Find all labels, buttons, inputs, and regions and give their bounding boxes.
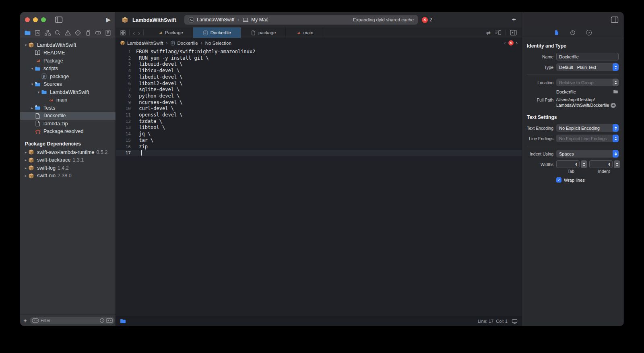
code-line[interactable]: 13 libtool \ — [116, 125, 522, 131]
tab-dockerfile-active[interactable]: Dockerfile — [193, 27, 241, 38]
run-button[interactable]: ▶ — [106, 16, 111, 23]
code-line[interactable]: 4 libicu-devel \ — [116, 68, 522, 74]
project-navigator-icon[interactable] — [24, 29, 31, 36]
code-line[interactable]: 15 tar \ — [116, 137, 522, 144]
tree-item-sources[interactable]: ▾ Sources — [20, 81, 116, 89]
checkbox-checked-icon[interactable]: ✓ — [556, 177, 561, 183]
filter-icon[interactable] — [32, 318, 39, 323]
breadcrumb-selection[interactable]: No Selection — [205, 41, 231, 46]
indent-using-dropdown[interactable]: Spaces — [556, 150, 619, 158]
symbol-navigator-icon[interactable] — [44, 29, 51, 36]
tree-item-sources-lambdawithswift[interactable]: ▾ LambdaWithSwift — [20, 88, 116, 96]
code-line[interactable]: 2 RUN yum -y install git \ — [116, 55, 522, 62]
dependency-row[interactable]: ▸ swift-backtrace 1.3.1 — [20, 156, 116, 164]
tab-package-script[interactable]: package — [241, 27, 286, 38]
minimize-window-button[interactable] — [33, 17, 38, 22]
code-line[interactable]: 1FROM swiftlang/swift:nightly-amazonlinu… — [116, 49, 522, 55]
tab-main-swift[interactable]: main — [286, 27, 323, 38]
tree-item-main[interactable]: main — [20, 96, 116, 104]
location-dropdown[interactable]: Relative to Group — [556, 79, 619, 86]
activity-viewer[interactable]: LambdaWithSwift › My Mac Expanding dyld … — [184, 15, 418, 25]
test-navigator-icon[interactable] — [74, 29, 81, 36]
choose-folder-icon[interactable] — [613, 89, 619, 94]
dependency-row[interactable]: ▸ swift-nio 2.38.0 — [20, 172, 116, 180]
stepper-icon[interactable] — [613, 63, 619, 71]
stepper-icon[interactable] — [613, 135, 619, 142]
disclosure-closed-icon[interactable]: ▸ — [23, 158, 28, 162]
tree-item-package-script[interactable]: package — [20, 73, 116, 81]
file-indicator-icon[interactable] — [120, 319, 126, 324]
disclosure-open-icon[interactable]: ▾ — [30, 82, 35, 86]
filter-field[interactable] — [30, 317, 115, 324]
code-line[interactable]: 5 libedit-devel \ — [116, 74, 522, 81]
tab-width-stepper[interactable] — [581, 160, 587, 168]
editor-display-icon[interactable] — [512, 319, 518, 324]
line-endings-dropdown[interactable]: No Explicit Line Endings — [556, 135, 619, 142]
wrap-lines-control[interactable]: ✓ Wrap lines — [556, 177, 585, 183]
breakpoint-navigator-icon[interactable] — [95, 29, 101, 36]
code-line-current[interactable]: 17 — [116, 150, 522, 156]
zoom-window-button[interactable] — [41, 17, 46, 22]
code-line[interactable]: 7 sqlite-devel \ — [116, 87, 522, 93]
code-line[interactable]: 9 ncurses-devel \ — [116, 100, 522, 106]
file-inspector-icon[interactable] — [554, 30, 559, 35]
recent-files-icon[interactable] — [99, 318, 105, 323]
toggle-left-sidebar-icon[interactable] — [55, 17, 63, 23]
disclosure-open-icon[interactable]: ▾ — [30, 66, 35, 71]
text-encoding-dropdown[interactable]: No Explicit Encoding — [556, 124, 619, 132]
code-line[interactable]: 10 curl-devel \ — [116, 106, 522, 112]
quick-help-inspector-icon[interactable]: ? — [586, 30, 592, 35]
tab-package-swift[interactable]: Package — [148, 27, 193, 38]
tree-item-lambda-zip[interactable]: lambda.zip — [20, 120, 116, 128]
tree-item-dockerfile-selected[interactable]: Dockerfile — [20, 112, 116, 120]
toggle-right-sidebar-icon[interactable] — [611, 17, 619, 23]
disclosure-closed-icon[interactable]: ▸ — [23, 150, 28, 154]
indent-width-field[interactable]: 4 — [589, 160, 613, 168]
breadcrumb-file[interactable]: Dockerfile — [177, 41, 198, 46]
editor-layout-icon[interactable] — [495, 30, 502, 35]
tree-item-project-root[interactable]: ▾ LambdaWithSwift — [20, 41, 116, 49]
tree-item-package-swift[interactable]: Package — [20, 57, 116, 65]
disclosure-closed-icon[interactable]: ▸ — [30, 106, 35, 110]
previous-issue-icon[interactable]: ‹ — [504, 40, 506, 46]
code-line[interactable]: 11 openssl-devel \ — [116, 112, 522, 118]
report-navigator-icon[interactable] — [105, 29, 111, 36]
disclosure-closed-icon[interactable]: ▸ — [23, 174, 28, 178]
stepper-icon[interactable] — [613, 124, 619, 132]
tree-item-scripts[interactable]: ▾ scripts — [20, 65, 116, 73]
code-line[interactable]: 14 jq \ — [116, 131, 522, 137]
tree-item-package-resolved[interactable]: {"} Package.resolved — [20, 128, 116, 136]
back-button[interactable]: ‹ — [133, 29, 135, 36]
next-issue-icon[interactable]: › — [516, 40, 518, 46]
error-badge-icon[interactable]: ✕ — [508, 40, 514, 46]
name-field[interactable]: Dockerfile — [556, 53, 619, 60]
code-review-icon[interactable]: ⇄ — [486, 30, 491, 36]
related-items-icon[interactable] — [120, 30, 126, 36]
disclosure-closed-icon[interactable]: ▸ — [23, 166, 28, 170]
dependency-row[interactable]: ▸ swift-log 1.4.2 — [20, 164, 116, 172]
disclosure-open-icon[interactable]: ▾ — [23, 43, 28, 47]
debug-navigator-icon[interactable] — [85, 29, 91, 36]
code-line[interactable]: 16 zip — [116, 144, 522, 150]
tree-item-tests[interactable]: ▸ Tests — [20, 104, 116, 112]
forward-button[interactable]: › — [138, 29, 140, 36]
add-file-button[interactable]: + — [23, 317, 27, 324]
code-line[interactable]: 8 python-devel \ — [116, 93, 522, 100]
source-control-status-icon[interactable] — [106, 318, 113, 323]
tab-width-field[interactable]: 4 — [556, 160, 580, 168]
code-line[interactable]: 3 libuuid-devel \ — [116, 61, 522, 68]
source-control-navigator-icon[interactable] — [34, 29, 41, 36]
code-line[interactable]: 12 tzdata \ — [116, 118, 522, 125]
tree-item-readme[interactable]: README — [20, 49, 116, 57]
reveal-arrow-icon[interactable]: ➜ — [611, 103, 616, 108]
scheme-destination[interactable]: My Mac — [251, 17, 268, 23]
stepper-icon[interactable] — [613, 150, 619, 158]
add-editor-icon[interactable] — [510, 30, 517, 35]
code-line[interactable]: 6 libxml2-devel \ — [116, 81, 522, 87]
type-dropdown[interactable]: Default - Plain Text — [556, 63, 619, 71]
indent-width-stepper[interactable] — [614, 160, 620, 168]
find-navigator-icon[interactable] — [54, 29, 61, 36]
issue-navigator-icon[interactable] — [64, 29, 71, 36]
dependency-row[interactable]: ▸ swift-aws-lambda-runtime 0.5.2 — [20, 148, 116, 156]
source-editor[interactable]: 1FROM swiftlang/swift:nightly-amazonlinu… — [116, 48, 522, 316]
